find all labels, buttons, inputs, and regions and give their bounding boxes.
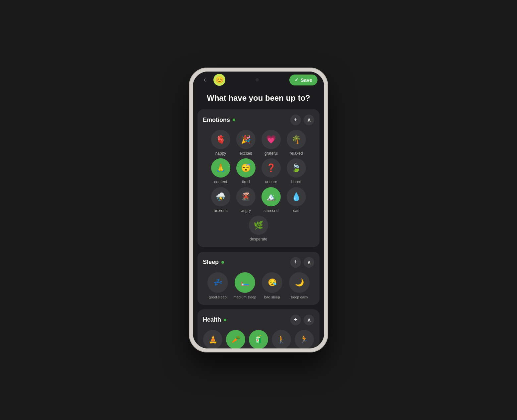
emotions-section: Emotions + ∧ 🫀 happy 🎉: [198, 109, 319, 247]
health-drink-icon: 🧃: [249, 330, 268, 348]
emotion-desperate-label: desperate: [250, 237, 267, 241]
emotion-sad-icon: 💧: [287, 187, 306, 206]
emotion-desperate[interactable]: 🌿 desperate: [247, 216, 270, 241]
emotion-stressed[interactable]: 🏔️ stressed: [260, 187, 282, 213]
health-add-button[interactable]: +: [290, 315, 301, 325]
emotion-angry-label: angry: [241, 208, 251, 213]
emotion-angry-icon: 🌋: [236, 187, 256, 206]
emotions-add-button[interactable]: +: [290, 115, 301, 125]
emotion-content-label: content: [214, 180, 227, 184]
emotion-angry[interactable]: 🌋 angry: [235, 187, 257, 213]
emotion-unsure-icon: ❓: [261, 158, 281, 178]
sleep-header: Sleep + ∧: [203, 257, 314, 268]
sleep-early-icon: 🌙: [289, 272, 310, 293]
health-section: Health + ∧ 🧘 exercise 🥕 eat h: [198, 309, 319, 348]
sleep-bad-icon: 😪: [262, 272, 282, 293]
sleep-actions: + ∧: [290, 257, 314, 268]
emotions-actions: + ∧: [290, 115, 314, 125]
emotion-stressed-label: stressed: [263, 208, 278, 213]
status-bar: ‹ 😊 Save: [193, 72, 324, 88]
emotions-title: Emotions: [203, 117, 230, 124]
health-dot: [224, 319, 226, 321]
sleep-add-button[interactable]: +: [290, 257, 301, 268]
health-header: Health + ∧: [203, 315, 314, 325]
sleep-medium[interactable]: 🛏️ medium sleep: [233, 272, 257, 299]
sleep-section: Sleep + ∧ 💤 good sleep 🛏️ med: [198, 252, 319, 305]
health-sport-icon: 🏃: [295, 330, 314, 348]
emotion-content[interactable]: 🙏 content: [209, 158, 232, 184]
emotion-content-icon: 🙏: [211, 158, 230, 178]
health-drink-water[interactable]: 🧃 drink water: [249, 330, 269, 348]
emotions-header: Emotions + ∧: [203, 115, 314, 125]
emotion-anxious-label: anxious: [214, 208, 227, 213]
sleep-good-label: good sleep: [209, 295, 227, 299]
sleep-good[interactable]: 💤 good sleep: [206, 272, 230, 299]
sleep-good-icon: 💤: [207, 272, 228, 293]
sleep-collapse-button[interactable]: ∧: [304, 257, 314, 268]
emotion-tired[interactable]: 😴 tired: [235, 158, 257, 184]
health-sport[interactable]: 🏃 sport: [294, 330, 314, 348]
health-title-row: Health: [203, 316, 226, 323]
health-walk[interactable]: 🚶 walk: [271, 330, 291, 348]
health-collapse-button[interactable]: ∧: [304, 315, 314, 325]
page-title: What have you been up to?: [198, 88, 319, 109]
sleep-early[interactable]: 🌙 sleep early: [287, 272, 311, 299]
scroll-area[interactable]: What have you been up to? Emotions + ∧: [193, 88, 324, 348]
back-button[interactable]: ‹: [200, 75, 210, 85]
emotion-excited-icon: 🎉: [236, 130, 256, 149]
sleep-medium-icon: 🛏️: [235, 272, 255, 293]
emotion-grateful-label: grateful: [264, 151, 278, 156]
health-title: Health: [203, 316, 221, 323]
health-exercise[interactable]: 🧘 exercise: [203, 330, 223, 348]
emotion-grateful[interactable]: 💗 grateful: [260, 130, 282, 156]
emotion-anxious-icon: ⛈️: [211, 187, 230, 206]
save-button[interactable]: Save: [289, 75, 317, 85]
phone-frame: ‹ 😊 Save What have you been up to? Emoti…: [189, 68, 328, 352]
camera-notch: [237, 75, 277, 85]
emotions-title-row: Emotions: [203, 117, 235, 124]
emotion-unsure-label: unsure: [265, 180, 277, 184]
sleep-title: Sleep: [203, 259, 219, 266]
phone-screen: ‹ 😊 Save What have you been up to? Emoti…: [193, 72, 324, 348]
emotion-relaxed[interactable]: 🌴 relaxed: [285, 130, 308, 156]
camera-dot: [256, 78, 259, 81]
sleep-early-label: sleep early: [290, 295, 308, 299]
emotion-desperate-icon: 🌿: [249, 216, 268, 235]
sleep-bad-label: bad sleep: [264, 295, 280, 299]
emotion-excited[interactable]: 🎉 excited: [235, 130, 257, 156]
emotion-bored[interactable]: 🍃 bored: [285, 158, 308, 184]
emotion-relaxed-icon: 🌴: [287, 130, 306, 149]
health-exercise-icon: 🧘: [203, 330, 222, 348]
emotion-bored-label: bored: [291, 180, 302, 184]
health-eat-icon: 🥕: [226, 330, 245, 348]
sleep-title-row: Sleep: [203, 259, 224, 266]
emotion-grateful-icon: 💗: [261, 130, 281, 149]
emotions-collapse-button[interactable]: ∧: [304, 115, 314, 125]
emotion-happy[interactable]: 🫀 happy: [209, 130, 232, 156]
emotions-grid: 🫀 happy 🎉 excited 💗 grateful 🌴 relaxed: [203, 130, 314, 242]
avatar: 😊: [213, 74, 225, 86]
emotion-happy-icon: 🫀: [211, 130, 230, 149]
sleep-medium-label: medium sleep: [234, 295, 256, 299]
emotion-sad[interactable]: 💧 sad: [285, 187, 308, 213]
emotion-anxious[interactable]: ⛈️ anxious: [209, 187, 232, 213]
emotion-unsure[interactable]: ❓ unsure: [260, 158, 282, 184]
sleep-dot: [221, 261, 224, 264]
sleep-grid: 💤 good sleep 🛏️ medium sleep 😪 bad sleep…: [203, 272, 314, 299]
emotion-tired-label: tired: [242, 180, 250, 184]
emotion-relaxed-label: relaxed: [290, 151, 303, 156]
health-eat-healthy[interactable]: 🥕 eat healthy: [226, 330, 246, 348]
emotion-bored-icon: 🍃: [287, 158, 306, 178]
emotions-dot: [233, 119, 235, 121]
emotion-tired-icon: 😴: [236, 158, 256, 178]
emotion-happy-label: happy: [215, 151, 226, 156]
emotion-excited-label: excited: [240, 151, 252, 156]
emotion-stressed-icon: 🏔️: [261, 187, 281, 206]
health-walk-icon: 🚶: [272, 330, 291, 348]
health-actions: + ∧: [290, 315, 314, 325]
sleep-bad[interactable]: 😪 bad sleep: [260, 272, 284, 299]
emotion-sad-label: sad: [293, 208, 299, 213]
health-grid: 🧘 exercise 🥕 eat healthy 🧃 drink water 🚶…: [203, 330, 314, 348]
